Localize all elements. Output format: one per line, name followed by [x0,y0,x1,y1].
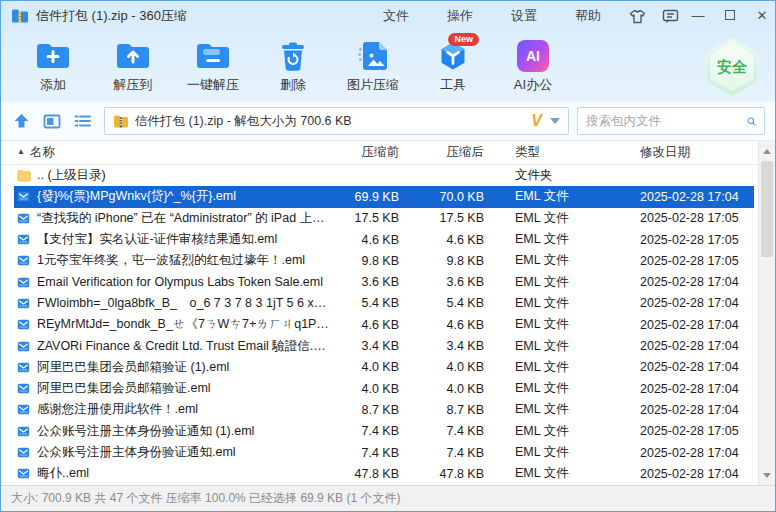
scroll-down-icon[interactable] [759,467,775,483]
column-size-before[interactable]: 压缩前 [329,144,399,161]
folder-plus-icon [35,37,71,75]
column-date[interactable]: 修改日期 [619,144,754,161]
delete-label: 删除 [280,76,306,94]
size-before: 5.4 KB [329,296,399,310]
minimize-button[interactable]: — [691,9,705,23]
vip-icon[interactable]: V [531,112,542,130]
size-after: 70.0 KB [399,190,484,204]
table-row[interactable]: {發}%{票}MPgWnkv{贷}^_%{开}.eml69.9 KB70.0 K… [14,186,754,207]
file-name: REyMrMtJd=_bondk_B_ㄝ《7ㄋWㄘ7+ㄌㄏㄐq1P bWtㄅ..… [37,316,329,333]
eml-file-icon [17,297,31,310]
modified-date: 2025-02-28 17:05 [619,211,754,225]
modified-date: 2025-02-28 17:05 [619,233,754,247]
tools-button[interactable]: New 工具 [413,37,493,94]
scrollbar-thumb[interactable] [761,161,773,257]
skin-theme-icon[interactable] [629,9,646,24]
file-type: EML 文件 [484,338,619,355]
file-type: EML 文件 [484,252,619,269]
image-compress-button[interactable]: 图片压缩 [333,37,413,94]
up-level-icon[interactable] [13,113,30,129]
size-after: 7.4 KB [399,446,484,460]
feedback-icon[interactable] [662,9,679,24]
file-type: EML 文件 [484,444,619,461]
file-name: 感谢您注册使用此软件！.eml [37,401,198,418]
table-row[interactable]: 公众账号注册主体身份验证通知 (1).eml7.4 KB7.4 KBEML 文件… [14,421,754,442]
zip-file-icon [113,114,129,129]
size-after: 9.8 KB [399,254,484,268]
menu-operate[interactable]: 操作 [447,7,473,25]
modified-date: 2025-02-28 17:04 [619,382,754,396]
table-row[interactable]: 感谢您注册使用此软件！.eml8.7 KB8.7 KBEML 文件2025-02… [14,399,754,420]
file-type: EML 文件 [484,423,619,440]
eml-file-icon [17,254,31,267]
size-after: 7.4 KB [399,424,484,438]
file-browser: ▲ 名称 压缩前 压缩后 类型 修改日期 .. (上级目录)文件夹{發}%{票}… [1,141,775,485]
file-type: EML 文件 [484,274,619,291]
menu-settings[interactable]: 设置 [511,7,537,25]
column-size-after[interactable]: 压缩后 [399,144,484,161]
folder-icon [17,169,31,182]
one-click-extract-button[interactable]: 一键解压 [173,37,253,94]
file-name: 阿里巴巴集团会员邮箱验证.eml [37,380,211,397]
column-name[interactable]: ▲ 名称 [14,144,329,161]
close-button[interactable]: ✕ [755,9,769,23]
menu-file[interactable]: 文件 [383,7,409,25]
eml-file-icon [17,425,31,438]
modified-date: 2025-02-28 17:04 [619,318,754,332]
eml-file-icon [17,212,31,225]
table-row[interactable]: FWloimbh=_0lga8bfk_B_ o_6 7 3 7 8 3 1jT … [14,293,754,314]
ai-office-button[interactable]: AI AI办公 [493,37,573,94]
app-logo-icon [11,8,29,24]
scroll-up-icon[interactable] [759,143,775,159]
table-row[interactable]: 【支付宝】实名认证-证件审核结果通知.eml4.6 KB4.6 KBEML 文件… [14,229,754,250]
archive-path-field[interactable]: 信件打包 (1).zip - 解包大小为 700.6 KB V [104,107,569,135]
file-type: EML 文件 [484,359,619,376]
file-type: EML 文件 [484,231,619,248]
search-input[interactable] [586,114,747,128]
size-after: 4.0 KB [399,360,484,374]
trash-icon [279,37,307,75]
table-row[interactable]: 晦仆..eml47.8 KB47.8 KBEML 文件2025-02-28 17… [14,463,754,484]
eml-file-icon [17,318,31,331]
menu-help[interactable]: 帮助 [575,7,601,25]
vertical-scrollbar[interactable] [758,141,775,485]
table-row[interactable]: 公众账号注册主体身份验证通知.eml7.4 KB7.4 KBEML 文件2025… [14,442,754,463]
add-button[interactable]: 添加 [13,37,93,94]
table-row[interactable]: REyMrMtJd=_bondk_B_ㄝ《7ㄋWㄘ7+ㄌㄏㄐq1P bWtㄅ..… [14,314,754,335]
security-shield-badge[interactable]: 安全 [703,38,761,96]
maximize-button[interactable] [723,9,737,23]
table-row[interactable]: “查找我的 iPhone” 已在 “Administrator” 的 iPad … [14,208,754,229]
window-title: 信件打包 (1).zip - 360压缩 [36,7,187,25]
chevron-down-icon[interactable] [550,118,560,124]
add-label: 添加 [40,76,66,94]
modified-date: 2025-02-28 17:04 [619,296,754,310]
table-row[interactable]: 阿里巴巴集团会员邮箱验证 (1).eml4.0 KB4.0 KBEML 文件20… [14,357,754,378]
list-view-icon[interactable] [74,114,91,128]
extract-to-label: 解压到 [114,76,153,94]
size-before: 4.0 KB [329,360,399,374]
view-mode-icon[interactable] [43,114,61,129]
search-icon[interactable] [747,114,756,129]
file-type: EML 文件 [484,210,619,227]
table-row[interactable]: 1元夺宝年终奖，屯一波猛烈的红包过壕年！.eml9.8 KB9.8 KBEML … [14,250,754,271]
size-before: 3.6 KB [329,275,399,289]
size-before: 7.4 KB [329,446,399,460]
table-row[interactable]: ZAVORi Finance & Credit Ltd. Trust Email… [14,335,754,356]
table-row[interactable]: Email Verification for Olympus Labs Toke… [14,271,754,292]
table-row[interactable]: 阿里巴巴集团会员邮箱验证.eml4.0 KB4.0 KBEML 文件2025-0… [14,378,754,399]
column-type[interactable]: 类型 [484,144,619,161]
file-name: 公众账号注册主体身份验证通知 (1).eml [37,423,254,440]
eml-file-icon [17,190,31,203]
modified-date: 2025-02-28 17:04 [619,190,754,204]
sort-ascending-icon: ▲ [17,147,25,156]
file-type: EML 文件 [484,465,619,482]
modified-date: 2025-02-28 17:04 [619,467,754,481]
delete-button[interactable]: 删除 [253,37,333,94]
modified-date: 2025-02-28 17:04 [619,403,754,417]
table-row[interactable]: .. (上级目录)文件夹 [14,165,754,186]
extract-to-button[interactable]: 解压到 [93,37,173,94]
file-type: EML 文件 [484,188,619,205]
folder-one-click-icon [195,37,231,75]
ai-office-icon: AI [517,37,549,75]
search-box [577,107,765,135]
